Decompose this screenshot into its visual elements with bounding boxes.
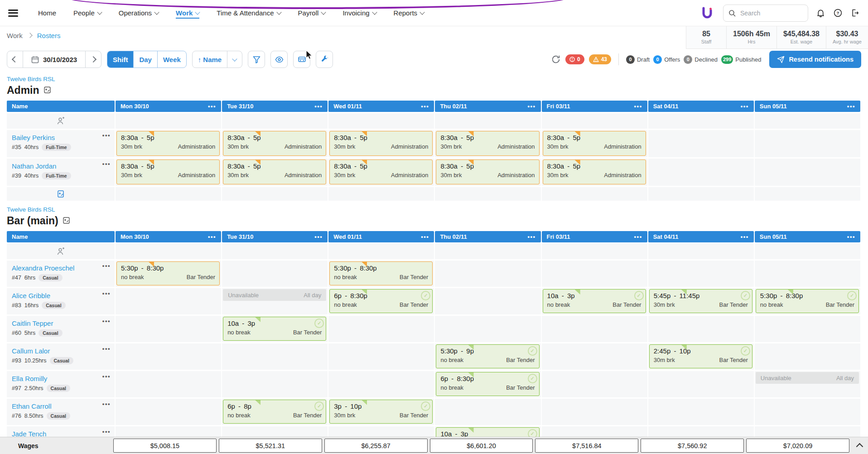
- search-input[interactable]: [739, 9, 800, 17]
- shift-card[interactable]: 8:30a - 5p30m brkAdministration: [329, 131, 433, 156]
- shift-card[interactable]: ✓10a - 3pno breakBar Tender: [543, 289, 646, 313]
- row-more-options-icon[interactable]: •••: [102, 345, 111, 352]
- shift-card[interactable]: ✓5:45p - 11:45p30m brkBar Tender: [649, 289, 752, 313]
- visibility-button[interactable]: [270, 51, 288, 68]
- next-day-button[interactable]: [86, 51, 101, 68]
- top-bar: HomePeopleOperationsWorkTime & Attendanc…: [0, 0, 868, 26]
- row-more-options-icon[interactable]: •••: [102, 373, 111, 380]
- venue-link[interactable]: Twelve Birds RSL: [7, 76, 55, 82]
- breadcrumb-work-link[interactable]: Work: [7, 32, 23, 39]
- schedule-templates-button[interactable]: [293, 51, 310, 68]
- row-more-options-icon[interactable]: •••: [102, 318, 111, 324]
- staff-name-link[interactable]: Callum Lalor: [12, 347, 111, 355]
- row-more-options-icon[interactable]: •••: [102, 290, 111, 297]
- refresh-button[interactable]: [551, 54, 561, 64]
- error-count-badge[interactable]: 0: [565, 54, 584, 64]
- nav-item-invoicing[interactable]: Invoicing: [342, 7, 376, 19]
- column-more-options-icon[interactable]: •••: [847, 103, 855, 110]
- add-person-cell[interactable]: [7, 113, 115, 129]
- shift-card[interactable]: 8:30a - 5p30m brkAdministration: [436, 131, 539, 156]
- column-more-options-icon[interactable]: •••: [314, 103, 323, 110]
- filter-button[interactable]: [248, 51, 265, 68]
- staff-name-link[interactable]: Bailey Perkins: [12, 134, 111, 141]
- column-more-options-icon[interactable]: •••: [741, 233, 749, 240]
- nav-item-home[interactable]: Home: [38, 7, 56, 19]
- shift-card[interactable]: ✓6p - 8pno breakBar Tender: [223, 400, 326, 424]
- hamburger-menu-icon[interactable]: [8, 10, 18, 17]
- staff-name-link[interactable]: Nathan Jordan: [12, 162, 111, 170]
- column-more-options-icon[interactable]: •••: [634, 103, 642, 110]
- column-more-options-icon[interactable]: •••: [847, 233, 855, 240]
- staff-name-link[interactable]: Alice Gribble: [12, 292, 111, 299]
- edit-note-icon[interactable]: [43, 84, 51, 97]
- foundu-logo-icon[interactable]: [700, 6, 714, 20]
- wage-total-day-4: $7,516.84: [535, 439, 638, 453]
- logout-icon[interactable]: [850, 8, 860, 18]
- column-more-options-icon[interactable]: •••: [208, 103, 216, 110]
- add-shift-cell[interactable]: [7, 187, 115, 201]
- shift-card[interactable]: ✓2:45p - 10p30m brkBar Tender: [649, 344, 752, 368]
- help-icon[interactable]: ?: [833, 8, 843, 18]
- breadcrumb-rosters-link[interactable]: Rosters: [37, 32, 61, 39]
- edit-note-icon[interactable]: [63, 215, 70, 227]
- view-day-button[interactable]: Day: [134, 51, 158, 68]
- column-more-options-icon[interactable]: •••: [314, 233, 323, 240]
- row-more-options-icon[interactable]: •••: [102, 428, 111, 435]
- nav-item-people[interactable]: People: [73, 7, 101, 19]
- nav-item-reports[interactable]: Reports: [394, 7, 424, 19]
- nav-item-operations[interactable]: Operations: [119, 7, 159, 19]
- shift-card[interactable]: 8:30a - 5p30m brkAdministration: [329, 159, 433, 184]
- shift-card[interactable]: ✓6p - 8:30pno breakBar Tender: [329, 289, 433, 313]
- add-person-cell[interactable]: [7, 244, 115, 259]
- nav-item-time-attendance[interactable]: Time & Attendance: [217, 7, 280, 19]
- shift-card[interactable]: 8:30a - 5p30m brkAdministration: [543, 159, 646, 184]
- view-week-button[interactable]: Week: [158, 51, 186, 68]
- staff-name-link[interactable]: Alexandra Proeschel: [12, 264, 111, 272]
- shift-card[interactable]: 8:30a - 5p30m brkAdministration: [116, 131, 220, 156]
- venue-link[interactable]: Twelve Birds RSL: [7, 206, 55, 213]
- shift-card[interactable]: 8:30a - 5p30m brkAdministration: [543, 131, 646, 156]
- employment-type-badge: Casual: [47, 412, 70, 420]
- column-more-options-icon[interactable]: •••: [421, 103, 429, 110]
- row-more-options-icon[interactable]: •••: [102, 262, 111, 269]
- tools-button[interactable]: [316, 51, 333, 68]
- column-more-options-icon[interactable]: •••: [527, 233, 535, 240]
- shift-card[interactable]: ✓3p - 10p30m brkBar Tender: [329, 400, 433, 424]
- collapse-wages-button[interactable]: [852, 439, 867, 452]
- shift-card[interactable]: ✓5:30p - 8:30pno breakBar Tender: [756, 289, 859, 313]
- column-more-options-icon[interactable]: •••: [208, 233, 216, 240]
- prev-day-button[interactable]: [7, 51, 23, 68]
- counter-offers[interactable]: 0Offers: [653, 55, 680, 64]
- staff-name-link[interactable]: Caitlin Tepper: [12, 319, 111, 327]
- resend-notifications-button[interactable]: Resend notifications: [769, 51, 861, 68]
- staff-name-link[interactable]: Ethan Carroll: [12, 402, 111, 410]
- staff-name-link[interactable]: Ella Romilly: [12, 375, 111, 382]
- column-more-options-icon[interactable]: •••: [741, 103, 749, 110]
- shift-card[interactable]: 8:30a - 5p30m brkAdministration: [223, 159, 326, 184]
- view-shift-button[interactable]: Shift: [107, 51, 134, 68]
- nav-item-payroll[interactable]: Payroll: [298, 7, 326, 19]
- nav-item-work[interactable]: Work: [176, 7, 199, 19]
- shift-card[interactable]: ✓5:30p - 9pno breakBar Tender: [436, 344, 539, 368]
- shift-card[interactable]: 5:30p - 8:30pno breakBar Tender: [329, 261, 433, 285]
- counter-draft[interactable]: 0Draft: [626, 55, 650, 64]
- sort-by-name-button[interactable]: ↑ Name: [193, 51, 227, 68]
- row-more-options-icon[interactable]: •••: [102, 160, 111, 167]
- notifications-bell-icon[interactable]: [815, 8, 825, 18]
- sort-dropdown-button[interactable]: [227, 51, 242, 68]
- shift-card[interactable]: 8:30a - 5p30m brkAdministration: [116, 159, 220, 184]
- row-more-options-icon[interactable]: •••: [102, 401, 111, 407]
- shift-card[interactable]: 8:30a - 5p30m brkAdministration: [436, 159, 539, 184]
- date-picker[interactable]: 30/10/2023: [23, 56, 85, 63]
- column-more-options-icon[interactable]: •••: [421, 233, 429, 240]
- warning-count-badge[interactable]: 43: [589, 54, 611, 64]
- shift-card[interactable]: ✓10a - 3pno breakBar Tender: [223, 317, 326, 341]
- row-more-options-icon[interactable]: •••: [102, 132, 111, 139]
- shift-card[interactable]: ✓6p - 8:30pno breakBar Tender: [436, 372, 539, 396]
- column-more-options-icon[interactable]: •••: [527, 103, 535, 110]
- shift-card[interactable]: 5:30p - 8:30pno breakBar Tender: [116, 261, 220, 285]
- counter-declined[interactable]: 0Declined: [684, 55, 718, 64]
- counter-published[interactable]: 299Published: [721, 55, 761, 64]
- shift-card[interactable]: 8:30a - 5p30m brkAdministration: [223, 131, 326, 156]
- column-more-options-icon[interactable]: •••: [634, 233, 642, 240]
